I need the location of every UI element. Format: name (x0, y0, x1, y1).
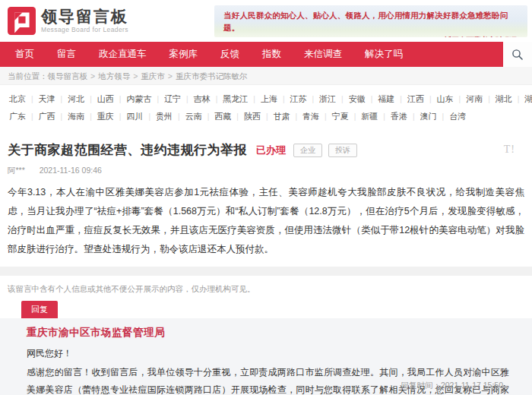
region-link[interactable]: 贵州 (156, 112, 173, 121)
region-link[interactable]: 天津 (39, 94, 55, 103)
logo-title: 领导留言板 (41, 8, 128, 25)
separator: > (168, 71, 173, 81)
separator: | (488, 95, 490, 103)
nav-items: 首页留言政企直通车案例库反馈指数来信调查解决了吗 (15, 48, 426, 61)
separator: | (216, 95, 218, 103)
nav-item[interactable]: 留言 (57, 48, 76, 61)
separator: | (119, 112, 122, 121)
logo-text: 领导留言板 Message Board for Leaders (41, 8, 128, 33)
separator: | (157, 95, 159, 103)
logo-subtitle: Message Board for Leaders (41, 26, 128, 33)
region-link[interactable]: 重庆 (97, 112, 114, 121)
region-link[interactable]: 宁夏 (332, 112, 349, 121)
nav-item[interactable]: 反馈 (220, 48, 239, 61)
message-date: 2021-11-16 09:46 (40, 166, 102, 175)
region-link[interactable]: 台湾 (449, 112, 466, 121)
separator: | (186, 95, 188, 103)
message-meta: 阿*** 2021-11-16 09:46 (8, 166, 524, 176)
separator: | (236, 112, 239, 121)
region-link[interactable]: 辽宁 (164, 94, 181, 103)
separator: | (207, 112, 210, 121)
reply-department: 重庆市渝中区市场监督管理局 (27, 326, 509, 340)
region-link[interactable]: 甘肃 (273, 112, 290, 121)
separator: | (119, 95, 122, 103)
text-size-icon[interactable]: T! (504, 144, 515, 156)
region-link[interactable]: 青海 (302, 112, 319, 121)
separator: | (61, 112, 63, 121)
region-link[interactable]: 黑龙江 (223, 94, 248, 103)
nav-item[interactable]: 指数 (262, 48, 281, 61)
region-link[interactable]: 广西 (39, 112, 55, 121)
separator: | (283, 95, 285, 103)
region-link[interactable]: 新疆 (361, 112, 378, 121)
nav-item[interactable]: 解决了吗 (365, 48, 403, 61)
region-row-2: 广东|广西|海南|重庆|四川|贵州|云南|西藏|陕西|甘肃|青海|宁夏|新疆|香… (9, 108, 523, 125)
region-link[interactable]: 山东 (437, 94, 454, 103)
region-link[interactable]: 澳门 (420, 112, 437, 121)
region-link[interactable]: 内蒙古 (126, 94, 151, 103)
separator: | (354, 112, 356, 121)
region-link[interactable]: 香港 (391, 112, 407, 121)
region-link[interactable]: 江西 (407, 94, 424, 103)
search-icon (511, 49, 524, 61)
region-link[interactable]: 河北 (68, 94, 84, 103)
breadcrumb-path: 领导留言板>地方领导>重庆市>重庆市委书记陈敏尔 (48, 71, 248, 81)
separator: | (31, 112, 33, 121)
slogan-attribution: ——习近平在西藏考察时强调 (223, 36, 521, 37)
slogan-line1: 当好人民群众的知心人、贴心人、领路人，用心用情用力解决好群众急难愁盼问题。 (223, 9, 521, 33)
region-link[interactable]: 四川 (126, 112, 143, 121)
nav-item[interactable]: 政企直通车 (99, 48, 147, 61)
nav-item[interactable]: 首页 (15, 48, 34, 61)
reply-greeting: 网民您好！ (27, 347, 509, 360)
author-name: 阿*** (8, 166, 25, 175)
reply-tab: 回复 (21, 301, 58, 318)
separator: | (400, 95, 402, 103)
separator: | (325, 112, 327, 121)
breadcrumb-link[interactable]: 重庆市委书记陈敏尔 (176, 71, 248, 81)
region-link[interactable]: 浙江 (319, 94, 336, 103)
separator: | (178, 112, 180, 121)
region-link[interactable]: 吉林 (194, 94, 211, 103)
region-link[interactable]: 湖南 (524, 94, 532, 103)
breadcrumb-link[interactable]: 地方领导 (98, 71, 130, 81)
region-link[interactable]: 陕西 (244, 112, 261, 121)
category-tags: 企业投诉 (293, 144, 363, 157)
region-link[interactable]: 湖北 (496, 94, 512, 103)
breadcrumb-label: 当前位置： (8, 71, 48, 81)
status-badge: 已办理 (256, 144, 286, 157)
search-button[interactable] (503, 42, 532, 67)
main-nav: 首页留言政企直通车案例库反馈指数来信调查解决了吗 (0, 42, 532, 67)
header: 领导留言板 Message Board for Leaders 当好人民群众的知… (0, 0, 532, 42)
separator: | (148, 112, 150, 121)
region-link[interactable]: 山西 (97, 94, 114, 103)
region-link[interactable]: 北京 (9, 94, 26, 103)
region-row-1: 北京|天津|河北|山西|内蒙古|辽宁|吉林|黑龙江|上海|江苏|浙江|安徽|福建… (9, 90, 523, 108)
region-link[interactable]: 广东 (9, 112, 26, 121)
separator: | (413, 112, 415, 121)
breadcrumb-link[interactable]: 领导留言板 (48, 71, 88, 81)
region-link[interactable]: 江苏 (290, 94, 306, 103)
separator: | (383, 112, 385, 121)
region-link[interactable]: 河南 (466, 94, 483, 103)
region-link[interactable]: 安徽 (349, 94, 366, 103)
region-link[interactable]: 海南 (68, 112, 84, 121)
separator: > (133, 71, 138, 81)
separator: > (90, 71, 95, 81)
breadcrumb-link[interactable]: 重庆市 (141, 71, 165, 81)
separator: | (459, 95, 461, 103)
separator: | (266, 112, 268, 121)
region-link[interactable]: 福建 (378, 94, 394, 103)
message-body: 今年3.13，本人在渝中区雅美娜美容店参加1元祛痘体验，主任、美容师趁机夸大我脸… (8, 183, 524, 259)
reply-section: 该留言中含有个人信息或其他不便公开展示的内容，仅办理机构可见。 回复 重庆市渝中… (0, 284, 532, 395)
region-link[interactable]: 云南 (185, 112, 202, 121)
separator: | (61, 95, 63, 103)
category-tag: 企业 (293, 144, 322, 157)
nav-item[interactable]: 来信调查 (304, 48, 342, 61)
page: 领导留言板 Message Board for Leaders 当好人民群众的知… (0, 0, 532, 395)
region-link[interactable]: 上海 (261, 94, 277, 103)
message-section: 关于商家超范围经营、违约违规行为举报 已办理 企业投诉 T! 阿*** 2021… (0, 130, 532, 259)
nav-item[interactable]: 案例库 (169, 48, 198, 61)
site-logo[interactable]: 领导留言板 Message Board for Leaders (8, 7, 128, 35)
reply-timestamp: 回复时间：2021-11-17 15:50 (401, 381, 503, 391)
region-link[interactable]: 西藏 (214, 112, 231, 121)
